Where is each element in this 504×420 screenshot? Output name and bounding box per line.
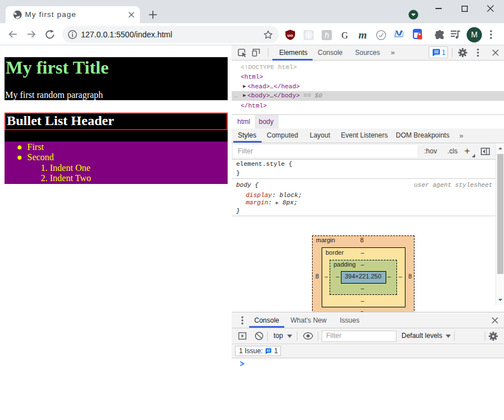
svg-text:ℏ: ℏ	[324, 31, 329, 40]
svg-text:uo: uo	[288, 33, 293, 38]
